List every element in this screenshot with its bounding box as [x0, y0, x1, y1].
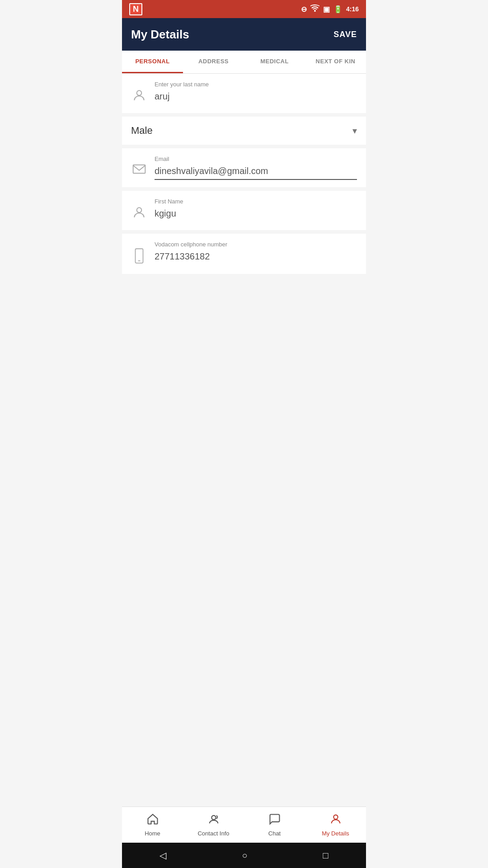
person-icon-2	[131, 205, 147, 223]
phone-section: Vodacom cellphone number 27711336182	[122, 234, 366, 274]
svg-point-2	[137, 208, 142, 212]
signal-icon: ▣	[323, 5, 330, 14]
email-section: Email dineshvaliyavila@gmail.com	[122, 148, 366, 187]
bottom-nav: Home Contact Info Chat My Detail	[122, 807, 366, 843]
contact-info-icon	[207, 813, 220, 827]
android-recent-button[interactable]: □	[323, 850, 328, 861]
email-field[interactable]: Email dineshvaliyavila@gmail.com	[155, 156, 357, 180]
nav-contact-info-label: Contact Info	[197, 830, 229, 837]
nav-chat-label: Chat	[268, 830, 281, 837]
tab-address[interactable]: ADDRESS	[183, 51, 244, 73]
lastname-section: Enter your last name aruj	[122, 74, 366, 113]
email-icon	[131, 163, 147, 179]
email-label: Email	[155, 156, 357, 162]
tab-personal[interactable]: PERSONAL	[122, 51, 183, 73]
lastname-value[interactable]: aruj	[155, 90, 357, 104]
app-bar: My Details SAVE	[122, 18, 366, 51]
nav-home[interactable]: Home	[122, 807, 183, 843]
phone-icon	[131, 248, 147, 267]
my-details-icon	[329, 813, 342, 827]
lastname-label: Enter your last name	[155, 81, 357, 88]
android-back-button[interactable]: ◁	[160, 850, 166, 861]
save-button[interactable]: SAVE	[333, 30, 357, 39]
person-icon	[131, 88, 147, 106]
svg-rect-1	[133, 165, 145, 174]
status-bar-left: N	[129, 3, 142, 15]
android-nav-bar: ◁ ○ □	[122, 843, 366, 868]
tab-nextofkin[interactable]: NEXT OF KIN	[305, 51, 366, 73]
tab-medical[interactable]: MEDICAL	[244, 51, 305, 73]
wifi-icon	[310, 5, 319, 14]
page-title: My Details	[131, 28, 189, 42]
form-content: Enter your last name aruj Male ▾ Email d…	[122, 74, 366, 807]
status-bar-right: ⊖ ▣ 🔋 4:16	[301, 5, 359, 14]
email-value[interactable]: dineshvaliyavila@gmail.com	[155, 164, 357, 180]
nav-home-label: Home	[145, 830, 160, 837]
chevron-down-icon: ▾	[352, 125, 357, 136]
android-home-button[interactable]: ○	[242, 850, 247, 861]
firstname-field[interactable]: First Name kgigu	[155, 198, 357, 221]
nav-my-details[interactable]: My Details	[305, 807, 366, 843]
firstname-section: First Name kgigu	[122, 191, 366, 230]
gender-section[interactable]: Male ▾	[122, 117, 366, 145]
gender-value: Male	[131, 125, 153, 137]
phone-label: Vodacom cellphone number	[155, 241, 357, 248]
home-icon	[146, 813, 159, 827]
status-time: 4:16	[346, 5, 359, 13]
tabs-container: PERSONAL ADDRESS MEDICAL NEXT OF KIN	[122, 51, 366, 74]
firstname-value[interactable]: kgigu	[155, 207, 357, 221]
svg-point-6	[333, 815, 338, 819]
svg-point-5	[211, 816, 216, 820]
chat-icon	[268, 813, 281, 827]
nav-my-details-label: My Details	[322, 830, 349, 837]
status-bar: N ⊖ ▣ 🔋 4:16	[122, 0, 366, 18]
phone-field[interactable]: Vodacom cellphone number 27711336182	[155, 241, 357, 264]
nav-chat[interactable]: Chat	[244, 807, 305, 843]
firstname-label: First Name	[155, 198, 357, 205]
lastname-field[interactable]: Enter your last name aruj	[155, 81, 357, 104]
mute-icon: ⊖	[301, 5, 307, 14]
svg-point-0	[137, 90, 142, 95]
app-logo: N	[129, 3, 142, 15]
phone-value[interactable]: 27711336182	[155, 250, 357, 264]
battery-icon: 🔋	[333, 5, 343, 14]
nav-contact-info[interactable]: Contact Info	[183, 807, 244, 843]
